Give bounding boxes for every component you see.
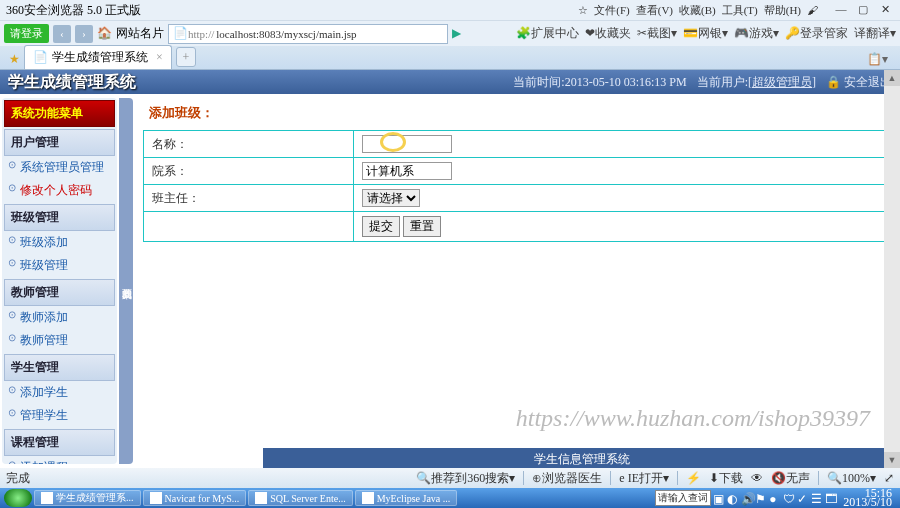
login-mgr[interactable]: 🔑登录管家 <box>785 25 848 42</box>
name-input[interactable] <box>362 135 452 153</box>
sidebar-collapse-handle[interactable]: 我的桌面 <box>119 98 133 464</box>
forward-button[interactable]: › <box>75 25 93 43</box>
scroll-up-icon[interactable]: ▲ <box>884 70 900 86</box>
menu-fav[interactable]: 收藏(B) <box>679 3 716 18</box>
taskbar-task[interactable]: Navicat for MyS... <box>143 490 247 506</box>
taskbar-tasks: 学生成绩管理系...Navicat for MyS...SQL Server E… <box>34 490 457 506</box>
browser-tab[interactable]: 📄 学生成绩管理系统 × <box>24 45 172 69</box>
status-doctor[interactable]: ⊕浏览器医生 <box>532 470 602 487</box>
status-mute[interactable]: 🔇无声 <box>771 470 810 487</box>
main-content: 添加班级： 名称： 院系： 班主任： 请选择 <box>133 94 900 468</box>
clock[interactable]: 15:16 2013/5/10 <box>839 489 896 507</box>
translate[interactable]: 译翻译▾ <box>854 25 896 42</box>
status-search[interactable]: 🔍推荐到360搜索▾ <box>416 470 515 487</box>
page-icon: 📄 <box>173 26 188 41</box>
sidebar-group[interactable]: 用户管理 <box>4 129 115 156</box>
tray-icon[interactable]: ☰ <box>811 492 823 504</box>
status-text: 完成 <box>6 470 30 487</box>
status-zoom[interactable]: 🔍100%▾ <box>827 471 876 486</box>
sidebar-item[interactable]: 添加课程 <box>4 456 115 464</box>
ext-center[interactable]: 🧩扩展中心 <box>516 25 579 42</box>
tab-title: 学生成绩管理系统 <box>52 49 148 66</box>
address-bar: 请登录 ‹ › 🏠 网站名片 📄 http:// localhost:8083/… <box>0 20 900 46</box>
browser-titlebar: 360安全浏览器 5.0 正式版 ☆ 文件(F) 查看(V) 收藏(B) 工具(… <box>0 0 900 20</box>
screenshot[interactable]: ✂截图▾ <box>637 25 677 42</box>
status-ie[interactable]: e IE打开▾ <box>619 470 669 487</box>
status-bar: 完成 🔍推荐到360搜索▾ ⊕浏览器医生 e IE打开▾ ⚡ ⬇下载 👁 🔇无声… <box>0 468 900 488</box>
tab-menu-icon[interactable]: 📋▾ <box>859 50 896 69</box>
home-icon[interactable]: 🏠 <box>97 26 112 41</box>
tray-icon[interactable]: 🛡 <box>783 492 795 504</box>
status-download[interactable]: ⬇下载 <box>709 470 743 487</box>
menu-tool[interactable]: 工具(T) <box>722 3 758 18</box>
brush-icon[interactable]: 🖌 <box>807 4 818 16</box>
status-resize-icon[interactable]: ⤢ <box>884 471 894 486</box>
maximize-button[interactable]: ▢ <box>854 3 872 17</box>
favorites[interactable]: ❤收藏夹 <box>585 25 631 42</box>
taskbar-task[interactable]: 学生成绩管理系... <box>34 490 141 506</box>
current-user-link[interactable]: [超级管理员] <box>748 75 816 89</box>
login-badge[interactable]: 请登录 <box>4 24 49 43</box>
status-accel-icon[interactable]: ⚡ <box>686 471 701 486</box>
sidebar-item[interactable]: 教师管理 <box>4 329 115 352</box>
minimize-button[interactable]: — <box>832 3 850 17</box>
menu-file[interactable]: 文件(F) <box>594 3 629 18</box>
app-title: 学生成绩管理系统 <box>8 72 136 93</box>
taskbar: 学生成绩管理系...Navicat for MyS...SQL Server E… <box>0 488 900 508</box>
game[interactable]: 🎮游戏▾ <box>734 25 779 42</box>
sidebar-item[interactable]: 系统管理员管理 <box>4 156 115 179</box>
tray-icon[interactable]: ✓ <box>797 492 809 504</box>
scroll-down-icon[interactable]: ▼ <box>884 452 900 468</box>
dept-label: 院系： <box>144 158 354 185</box>
url-input[interactable]: 📄 http:// localhost:8083/myxscj/main.jsp <box>168 24 448 44</box>
tray-icon[interactable]: 🗔 <box>825 492 837 504</box>
watermark: https://www.huzhan.com/ishop39397 <box>516 405 870 432</box>
go-button[interactable]: ▶ <box>452 26 461 41</box>
sidebar-item[interactable]: 管理学生 <box>4 404 115 427</box>
sidebar-groups: 用户管理系统管理员管理修改个人密码班级管理班级添加班级管理教师管理教师添加教师管… <box>4 129 115 464</box>
reset-button[interactable]: 重置 <box>403 216 441 237</box>
tray-icon[interactable]: ⚑ <box>755 492 767 504</box>
sidebar-head: 系统功能菜单 <box>4 100 115 127</box>
back-button[interactable]: ‹ <box>53 25 71 43</box>
page-heading: 添加班级： <box>143 100 890 126</box>
tray-icon[interactable]: 🔊 <box>741 492 753 504</box>
sidebar-item[interactable]: 班级添加 <box>4 231 115 254</box>
netbank[interactable]: 💳网银▾ <box>683 25 728 42</box>
menu-help[interactable]: 帮助(H) <box>764 3 801 18</box>
scrollbar[interactable]: ▲ ▼ <box>884 70 900 468</box>
new-tab-button[interactable]: + <box>176 47 196 67</box>
star-icon[interactable]: ★ <box>4 49 24 69</box>
taskbar-task[interactable]: SQL Server Ente... <box>248 490 352 506</box>
dept-input[interactable] <box>362 162 452 180</box>
app-viewport: 学生成绩管理系统 当前时间:2013-05-10 03:16:13 PM 当前用… <box>0 70 900 468</box>
sidebar-group[interactable]: 班级管理 <box>4 204 115 231</box>
name-label: 名称： <box>144 131 354 158</box>
app-header: 学生成绩管理系统 当前时间:2013-05-10 03:16:13 PM 当前用… <box>0 70 900 94</box>
status-eye-icon[interactable]: 👁 <box>751 471 763 486</box>
tab-close-icon[interactable]: × <box>156 50 163 65</box>
form-table: 名称： 院系： 班主任： 请选择 提交 <box>143 130 890 242</box>
taskbar-task[interactable]: MyEclipse Java ... <box>355 490 458 506</box>
tab-bar: ★ 📄 学生成绩管理系统 × + 📋▾ <box>0 46 900 70</box>
sidebar-item[interactable]: 修改个人密码 <box>4 179 115 202</box>
sidebar-item[interactable]: 添加学生 <box>4 381 115 404</box>
headteacher-label: 班主任： <box>144 185 354 212</box>
logout-link[interactable]: 🔒 安全退出 <box>826 74 892 91</box>
close-button[interactable]: ✕ <box>876 3 894 17</box>
tray-search-input[interactable]: 请输入查词 <box>655 490 711 506</box>
submit-button[interactable]: 提交 <box>362 216 400 237</box>
tray-icon[interactable]: ▣ <box>713 492 725 504</box>
site-card-label[interactable]: 网站名片 <box>116 25 164 42</box>
tray-icon[interactable]: ● <box>769 492 781 504</box>
sidebar-item[interactable]: 教师添加 <box>4 306 115 329</box>
tray-icon[interactable]: ◐ <box>727 492 739 504</box>
sidebar-group[interactable]: 学生管理 <box>4 354 115 381</box>
menu-view[interactable]: 查看(V) <box>636 3 673 18</box>
sidebar-group[interactable]: 教师管理 <box>4 279 115 306</box>
tab-icon: 📄 <box>33 50 48 65</box>
sidebar-item[interactable]: 班级管理 <box>4 254 115 277</box>
headteacher-select[interactable]: 请选择 <box>362 189 420 207</box>
sidebar-group[interactable]: 课程管理 <box>4 429 115 456</box>
start-button[interactable] <box>4 489 32 507</box>
